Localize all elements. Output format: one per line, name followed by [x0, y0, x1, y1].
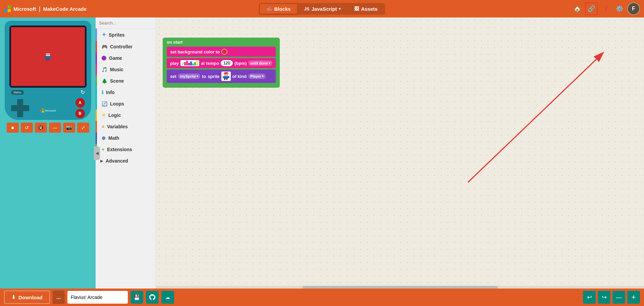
until-done-label: until done	[250, 61, 268, 65]
sidebar-item-label-logic: Logic	[108, 113, 121, 118]
redo-button[interactable]: ↪	[598, 291, 610, 304]
sidebar-item-label-extensions: Extensions	[107, 147, 132, 152]
svg-rect-10	[224, 72, 228, 73]
to-label: to	[202, 74, 206, 79]
more-options-button[interactable]: ...	[53, 291, 65, 304]
bg-color-text: set background color to	[170, 49, 220, 54]
until-done-dropdown[interactable]: until done ▾	[248, 60, 272, 66]
share-button[interactable]: 🔗	[585, 2, 598, 15]
sidebar-item-extensions[interactable]: + Extensions	[96, 144, 156, 155]
sidebar-item-variables[interactable]: ≡ Variables	[96, 121, 156, 132]
mute-button[interactable]: 🔇	[35, 123, 47, 133]
svg-rect-12	[224, 74, 228, 76]
sidebar-item-controller[interactable]: 🎮 Controller	[96, 41, 156, 52]
tab-javascript[interactable]: JS JavaScript ▾	[298, 4, 348, 14]
sidebar-item-music[interactable]: 🎵 Music	[96, 64, 156, 75]
gear-icon: ⚙️	[616, 5, 623, 12]
tempo-value[interactable]: 120	[221, 60, 233, 66]
sprite-image-box[interactable]	[221, 72, 231, 81]
workspace-scrollbar[interactable]	[156, 286, 644, 289]
sidebar-item-advanced[interactable]: ▶ Advanced	[96, 155, 156, 167]
sidebar-item-logic[interactable]: ✕ Logic	[96, 110, 156, 121]
svg-rect-11	[224, 73, 228, 74]
minus-button[interactable]: —	[612, 291, 625, 304]
header: Microsoft | MakeCode Arcade 🧱 Blocks JS …	[0, 0, 644, 17]
js-icon: JS	[304, 6, 310, 11]
brand-name: Microsoft	[13, 6, 36, 12]
plus-button[interactable]: +	[627, 291, 640, 304]
tab-blocks[interactable]: 🧱 Blocks	[260, 4, 297, 14]
github-icon	[149, 294, 155, 300]
chevron-down-icon: ▾	[339, 7, 341, 11]
settings-sim-button[interactable]: —	[49, 123, 61, 133]
avatar-button[interactable]: F	[627, 2, 640, 15]
color-swatch-red[interactable]	[221, 49, 227, 55]
on-start-block[interactable]: on start set background color to play ♪	[163, 38, 280, 84]
screenshot-button[interactable]: 📷	[63, 123, 75, 133]
chevron-down-icon: ▾	[197, 75, 198, 78]
sidebar-item-game[interactable]: Game	[96, 52, 156, 64]
mode-tabs: 🧱 Blocks JS JavaScript ▾ 🖼 Assets	[259, 3, 385, 15]
sidebar-item-sprites[interactable]: ✦ Sprites	[96, 29, 156, 41]
download-button[interactable]: ⬇ Download	[4, 291, 50, 304]
block-play-melody[interactable]: play ♪ at tempo	[167, 58, 276, 68]
scrollbar-thumb[interactable]	[303, 286, 498, 289]
mysprite-dropdown[interactable]: mySprite ▾	[178, 74, 200, 79]
melody-box[interactable]: ♪	[180, 60, 199, 66]
svg-rect-3	[47, 54, 47, 55]
sidebar-item-label-game: Game	[109, 55, 122, 61]
header-right-icons: 🏠 🔗 ❓ ⚙️ F	[571, 2, 640, 15]
game-icon	[102, 56, 106, 60]
svg-rect-19	[228, 76, 229, 78]
share-icon: 🔗	[588, 5, 595, 12]
svg-rect-13	[225, 75, 225, 75]
block-set-bg-color[interactable]: set background color to	[167, 47, 276, 57]
block-container-on-start: on start set background color to play ♪	[163, 38, 280, 88]
info-icon: ℹ	[102, 90, 103, 95]
on-start-header: on start	[167, 40, 276, 47]
home-icon: 🏠	[574, 5, 581, 12]
controller-icon: 🎮	[102, 44, 107, 49]
logo-area: Microsoft | MakeCode Arcade	[4, 5, 87, 12]
button-a[interactable]: A	[75, 98, 85, 107]
help-button[interactable]: ❓	[599, 2, 612, 15]
microsoft-logo-icon	[4, 5, 11, 12]
collapse-simulator-button[interactable]: ◀	[94, 146, 100, 160]
player-kind-dropdown[interactable]: Player ▾	[248, 74, 266, 79]
sidebar-item-info[interactable]: ℹ Info	[96, 87, 156, 98]
sidebar-item-math[interactable]: ⊕ Math	[96, 132, 156, 144]
search-input[interactable]	[99, 20, 155, 26]
save-button[interactable]: 💾	[130, 291, 143, 304]
tab-assets[interactable]: 🖼 Assets	[347, 4, 384, 14]
sidebar-item-label-music: Music	[110, 67, 123, 72]
resize-button[interactable]: ⤢	[77, 123, 89, 133]
cloud-sync-button[interactable]: ☁	[161, 291, 174, 304]
button-b[interactable]: B	[75, 109, 85, 118]
home-button[interactable]: 🏠	[571, 2, 584, 15]
tab-assets-label: Assets	[361, 6, 377, 12]
svg-rect-18	[223, 76, 224, 78]
undo-button[interactable]: ↩	[583, 291, 596, 304]
dpad-control[interactable]	[11, 99, 29, 117]
chevron-right-icon: ▶	[100, 159, 103, 163]
svg-rect-7	[48, 59, 49, 60]
screen-bezel	[9, 26, 87, 88]
ms-bottom-logo: Microsoft	[40, 108, 56, 113]
workspace-canvas[interactable]: on start set background color to play ♪	[156, 17, 644, 289]
stop-button[interactable]: ■	[7, 123, 19, 133]
save-icon: 💾	[133, 294, 140, 301]
restart-button[interactable]: ↺	[21, 123, 33, 133]
main-area: Menu ↻ A B	[0, 17, 644, 289]
refresh-icon[interactable]: ↻	[80, 89, 85, 95]
sidebar-item-loops[interactable]: 🔄 Loops	[96, 98, 156, 110]
settings-button[interactable]: ⚙️	[613, 2, 626, 15]
project-name-input[interactable]	[67, 291, 128, 304]
block-set-sprite[interactable]: set mySprite ▾ to sprite	[167, 70, 276, 83]
github-button[interactable]	[146, 291, 159, 304]
on-start-footer	[163, 84, 280, 88]
simulator-panel: Menu ↻ A B	[0, 17, 96, 289]
sidebar-item-scene[interactable]: 🌲 Scene	[96, 75, 156, 87]
music-note-icon: ♪	[182, 61, 184, 65]
tab-javascript-label: JavaScript	[312, 6, 337, 12]
sidebar-item-label-math: Math	[108, 135, 119, 141]
